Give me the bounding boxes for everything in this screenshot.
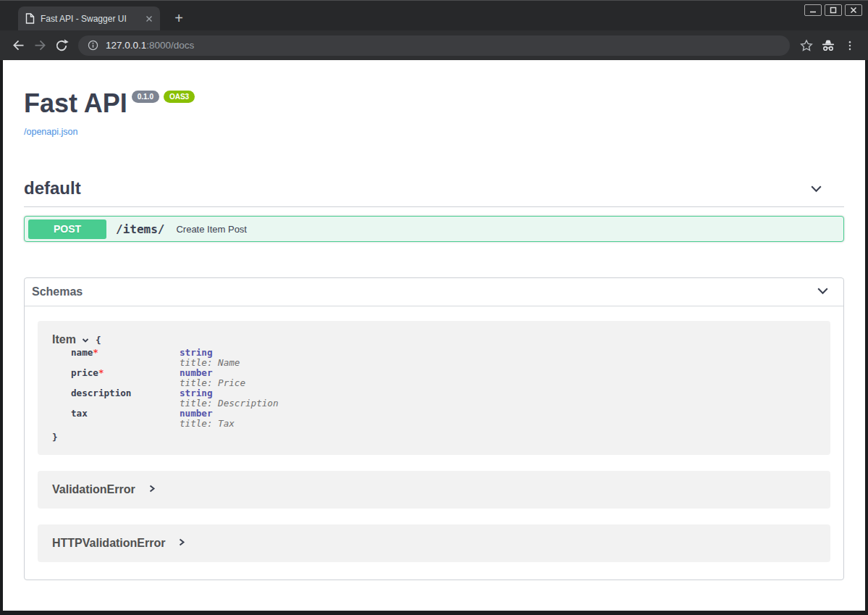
document-icon [25, 13, 35, 24]
property-type: number [180, 409, 279, 419]
url-host: 127.0.0.1 [106, 40, 146, 51]
page-title: Fast API [24, 88, 127, 118]
schema-httpvalidationerror[interactable]: HTTPValidationError [38, 524, 830, 562]
reload-icon[interactable] [51, 35, 72, 57]
chevron-down-icon[interactable] [815, 283, 830, 301]
schemas-section: Schemas Item { [24, 277, 844, 580]
star-icon[interactable] [796, 35, 817, 57]
address-bar[interactable]: 127.0.0.1:8000/docs [78, 35, 790, 56]
property-name: price* [71, 368, 180, 388]
property-type: number [180, 368, 279, 378]
property-type: string [180, 388, 279, 398]
model-name: Item [52, 333, 76, 346]
swagger-page: Fast API0.1.0OAS3 /openapi.json default … [3, 60, 865, 611]
required-marker: * [98, 367, 104, 378]
property-row: tax number title: Tax [71, 409, 279, 429]
back-icon[interactable] [7, 35, 29, 57]
chevron-right-icon[interactable] [148, 483, 156, 496]
property-name: name* [71, 348, 180, 368]
new-tab-icon[interactable]: + [169, 8, 189, 28]
browser-toolbar: 127.0.0.1:8000/docs [0, 30, 868, 60]
model-name: HTTPValidationError [52, 537, 165, 550]
property-row: description string title: Description [71, 388, 279, 409]
property-title: title: Name [180, 358, 279, 368]
property-row: price* number title: Price [71, 368, 279, 388]
property-row: name* string title: Name [71, 348, 279, 368]
property-title: title: Tax [180, 419, 279, 429]
schemas-body: Item { name* string title: N [25, 306, 843, 580]
api-info: Fast API0.1.0OAS3 /openapi.json [24, 60, 844, 138]
operation-path: /items/ [116, 222, 164, 236]
url-text: 127.0.0.1:8000/docs [106, 40, 194, 51]
schema-item-header[interactable]: Item { [52, 333, 816, 346]
forward-icon[interactable] [29, 35, 51, 57]
schema-item: Item { name* string title: N [38, 321, 830, 455]
open-brace: { [96, 335, 101, 346]
maximize-button[interactable] [825, 4, 842, 16]
chevron-right-icon[interactable] [177, 537, 186, 550]
browser-tab[interactable]: Fast API - Swagger UI [18, 7, 160, 30]
property-name: description [71, 388, 180, 409]
property-title: title: Description [180, 398, 279, 409]
titlebar: Fast API - Swagger UI + [0, 1, 868, 30]
schemas-title: Schemas [32, 285, 83, 298]
oas3-badge: OAS3 [164, 91, 195, 103]
model-name: ValidationError [52, 483, 135, 496]
method-badge[interactable]: POST [28, 219, 106, 239]
opblock-post-items[interactable]: POST /items/ Create Item Post [24, 216, 844, 242]
schemas-header[interactable]: Schemas [25, 278, 843, 306]
window-controls [804, 4, 862, 16]
property-name: tax [71, 409, 180, 429]
close-button[interactable] [845, 4, 862, 16]
tab-title: Fast API - Swagger UI [41, 14, 144, 24]
required-marker: * [93, 347, 98, 358]
chevron-down-icon[interactable] [809, 181, 824, 196]
version-badge: 0.1.0 [132, 91, 159, 103]
minimize-button[interactable] [804, 4, 822, 16]
operation-summary: Create Item Post [176, 224, 247, 235]
property-type: string [180, 348, 279, 358]
schema-validationerror[interactable]: ValidationError [38, 471, 830, 509]
menu-icon[interactable] [839, 35, 861, 57]
info-icon[interactable] [87, 39, 99, 51]
openapi-spec-link[interactable]: /openapi.json [24, 127, 77, 137]
close-brace: } [52, 432, 816, 443]
schema-properties: name* string title: Name price* number [71, 348, 279, 429]
tag-section-default[interactable]: default [24, 178, 844, 207]
tab-close-icon[interactable] [144, 14, 154, 24]
browser-window: Fast API - Swagger UI + [0, 0, 868, 615]
incognito-icon [817, 35, 839, 57]
tag-title: default [24, 178, 81, 198]
property-title: title: Price [180, 378, 279, 388]
url-path: :8000/docs [146, 40, 194, 51]
chevron-down-icon[interactable] [80, 335, 90, 346]
